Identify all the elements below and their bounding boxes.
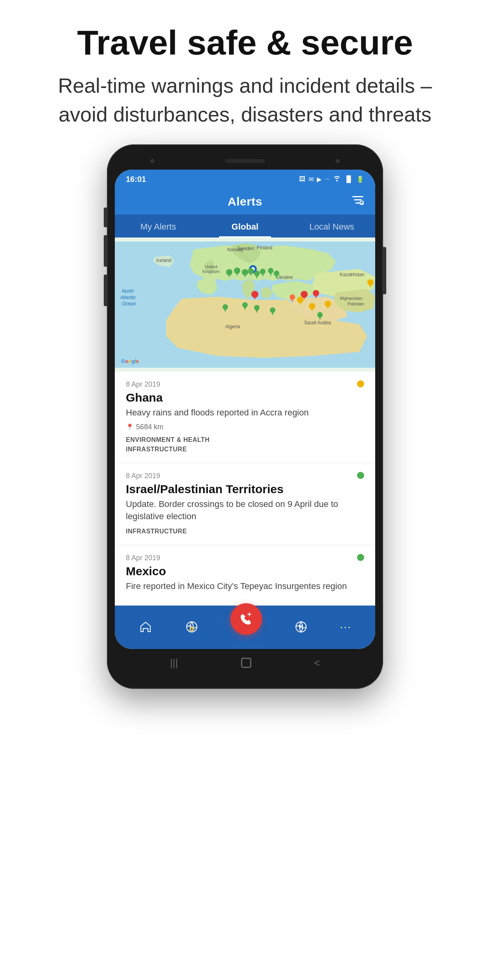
svg-point-29 <box>242 269 248 275</box>
svg-text:Afghanistan: Afghanistan <box>340 296 363 301</box>
svg-point-61 <box>254 305 260 310</box>
nav-more[interactable]: ··· <box>340 621 351 633</box>
map-area[interactable]: Iceland Norway Sweden Finland United Kin… <box>115 238 375 372</box>
nav-home[interactable] <box>138 620 153 634</box>
speaker-grille <box>225 159 265 163</box>
phone-sos-icon <box>238 611 254 627</box>
svg-point-49 <box>309 303 315 309</box>
phone-frame: 16:01 🖼 ✉ ▶ ··· ▐▌ 🔋 Alerts <box>107 144 383 688</box>
svg-rect-69 <box>299 625 303 626</box>
svg-text:North: North <box>122 288 134 294</box>
phone-screen: 16:01 🖼 ✉ ▶ ··· ▐▌ 🔋 Alerts <box>115 170 375 649</box>
svg-point-27 <box>234 267 240 274</box>
svg-point-25 <box>226 269 232 275</box>
page-title: Travel safe & secure <box>32 24 458 62</box>
phone-mockup: 16:01 🖼 ✉ ▶ ··· ▐▌ 🔋 Alerts <box>107 144 383 688</box>
alert-date: 8 Apr 2019 <box>126 380 364 389</box>
svg-text:Atlantic: Atlantic <box>120 295 136 300</box>
alert-description: Update. Border crossings to be closed on… <box>126 498 364 523</box>
photo-icon: 🖼 <box>299 176 305 183</box>
svg-text:Algeria: Algeria <box>225 324 240 329</box>
alert-date: 8 Apr 2019 <box>126 554 364 562</box>
sos-button[interactable] <box>230 603 262 635</box>
play-icon: ▶ <box>317 176 322 183</box>
tabs-bar: My Alerts Global Local News <box>115 215 375 238</box>
status-icons: 🖼 ✉ ▶ ··· ▐▌ 🔋 <box>299 175 364 183</box>
more-icon: ··· <box>325 176 330 183</box>
svg-text:United: United <box>205 264 217 269</box>
app-header-title: Alerts <box>228 195 262 208</box>
home-gesture[interactable] <box>241 658 251 668</box>
alert-country: Mexico <box>126 565 364 578</box>
svg-text:Kingdom: Kingdom <box>202 269 219 274</box>
tab-my-alerts[interactable]: My Alerts <box>115 215 202 238</box>
svg-point-51 <box>325 301 331 307</box>
alert-item[interactable]: 8 Apr 2019 Ghana Heavy rains and floods … <box>115 372 375 463</box>
svg-rect-2 <box>355 202 360 204</box>
nav-globe-alerts[interactable] <box>185 620 199 634</box>
wifi-icon <box>333 175 341 183</box>
alert-country: Ghana <box>126 391 364 404</box>
status-time: 16:01 <box>126 175 146 184</box>
svg-rect-1 <box>354 199 362 200</box>
svg-rect-0 <box>352 196 363 197</box>
alert-item[interactable]: 8 Apr 2019 Israel/Palestinian Territorie… <box>115 463 375 545</box>
svg-point-63 <box>270 307 275 313</box>
status-bar: 16:01 🖼 ✉ ▶ ··· ▐▌ 🔋 <box>115 170 375 189</box>
volume-up-button <box>104 208 107 227</box>
svg-rect-70 <box>299 627 303 628</box>
tab-local-news[interactable]: Local News <box>288 215 375 238</box>
svg-text:Iceland: Iceland <box>156 258 172 263</box>
svg-point-33 <box>254 271 260 276</box>
svg-point-39 <box>274 271 279 276</box>
message-icon: ✉ <box>309 176 314 183</box>
alerts-list: 8 Apr 2019 Ghana Heavy rains and floods … <box>115 372 375 605</box>
alert-severity-dot <box>357 554 364 561</box>
alert-location: 📍 5684 km <box>126 423 364 431</box>
power-button <box>383 247 386 294</box>
back-gesture[interactable]: < <box>314 657 320 669</box>
alert-tags: ENVIRONMENT & HEALTHINFRASTRUCTURE <box>126 435 364 454</box>
svg-point-35 <box>260 269 266 274</box>
world-map-svg: Iceland Norway Sweden Finland United Kin… <box>115 238 375 372</box>
svg-point-43 <box>301 291 308 298</box>
bixby-button <box>104 275 107 306</box>
sensor <box>336 159 340 163</box>
svg-point-41 <box>251 291 258 298</box>
svg-text:Pakistan: Pakistan <box>348 301 364 306</box>
alert-description: Fire reported in Mexico City's Tepeyac I… <box>126 580 364 593</box>
recent-apps-gesture[interactable]: ||| <box>170 657 178 669</box>
svg-point-55 <box>290 294 295 300</box>
tab-global[interactable]: Global <box>202 215 288 238</box>
svg-point-45 <box>313 290 319 296</box>
alert-distance: 5684 km <box>136 423 163 431</box>
app-header: Alerts <box>115 189 375 215</box>
svg-point-53 <box>367 279 374 286</box>
svg-point-59 <box>242 302 248 308</box>
svg-text:Sweden: Sweden <box>237 246 254 251</box>
filter-icon[interactable] <box>352 194 364 209</box>
bottom-nav: ··· <box>115 606 375 649</box>
home-icon <box>138 620 153 634</box>
page-header: Travel safe & secure Real-time warnings … <box>0 0 490 144</box>
nav-news[interactable] <box>294 620 308 634</box>
page-subtitle: Real-time warnings and incident details … <box>32 71 458 129</box>
svg-text:Google: Google <box>121 358 139 364</box>
volume-down-button <box>104 235 107 267</box>
globe-news-icon <box>294 620 308 634</box>
location-pin-icon: 📍 <box>126 423 134 431</box>
alert-tags: INFRASTRUCTURE <box>126 527 364 536</box>
phone-nav-bar: ||| < <box>115 649 375 681</box>
svg-point-31 <box>248 268 254 273</box>
svg-point-47 <box>297 297 303 303</box>
front-camera <box>150 159 154 163</box>
svg-point-57 <box>223 304 228 310</box>
alert-country: Israel/Palestinian Territories <box>126 483 364 496</box>
battery-icon: 🔋 <box>356 176 364 183</box>
alert-description: Heavy rains and floods reported in Accra… <box>126 407 364 419</box>
alert-date: 8 Apr 2019 <box>126 472 364 480</box>
svg-text:Ukraine: Ukraine <box>277 275 293 280</box>
svg-text:Finland: Finland <box>257 245 272 251</box>
svg-point-65 <box>317 312 323 318</box>
alert-item[interactable]: 8 Apr 2019 Mexico Fire reported in Mexic… <box>115 545 375 606</box>
